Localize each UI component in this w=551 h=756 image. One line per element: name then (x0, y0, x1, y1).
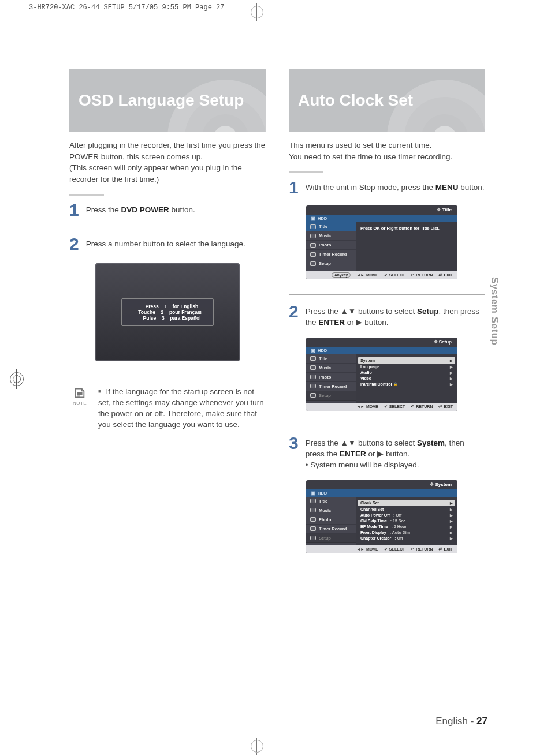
osd-lang-row: Pulse3para Español (130, 315, 205, 321)
note-block: NOTE If the language for the startup scr… (69, 387, 266, 431)
osd-side-item: Music (306, 231, 356, 241)
step-number: 2 (289, 303, 299, 328)
note-label: NOTE (73, 401, 87, 406)
osd-footer: Anykey ◄► MOVE ✔ SELECT ↶ RETURN ⏎ EXIT (306, 271, 457, 279)
osd-side-item: Title (306, 354, 356, 364)
step-number: 1 (69, 201, 79, 219)
osd-option-row: Language (360, 364, 453, 370)
osd-option-row: EP Mode Time: 6 Hour (360, 524, 453, 530)
osd-side-item: Music (306, 364, 356, 373)
osd-side-item: Setup (306, 391, 356, 401)
osd-side-item: Timer Record (306, 525, 356, 534)
step-2-right: 2 Press the ▲▼ buttons to select Setup, … (289, 303, 485, 328)
osd-option-row: Front Display: Auto Dim (360, 530, 453, 536)
osd-option-row: System (358, 357, 455, 364)
osd-option-row: Auto Power Off: Off (360, 512, 453, 518)
osd-side-item: Title (306, 497, 356, 506)
osd-option-row: Chapter Creator: Off (360, 536, 453, 541)
step-3-right: 3 Press the ▲▼ buttons to select System,… (289, 435, 485, 471)
osd-message: Press OK or Right button for Title List. (360, 226, 453, 232)
step-number: 1 (289, 179, 299, 196)
page-footer: English - 27 (435, 716, 487, 727)
osd-screen-setup: Setup ▣HDD TitleMusicPhotoTimer RecordSe… (306, 338, 457, 411)
osd-side-item: Photo (306, 515, 356, 525)
osd-language-screen: Press1for EnglishTouche2pour FrançaisPul… (95, 263, 240, 361)
step-number: 3 (289, 435, 299, 471)
step-2-left: 2 Press a number button to select the la… (69, 235, 266, 253)
note-icon (73, 387, 86, 399)
osd-hdd-bar: ▣HDD (306, 215, 457, 222)
osd-side-item: Photo (306, 373, 356, 382)
osd-screen-title: Title ▣HDD TitleMusicPhotoTimer RecordSe… (306, 205, 457, 279)
step-number: 2 (69, 235, 79, 253)
divider (69, 194, 104, 196)
osd-option-row: Parental Control (360, 381, 453, 387)
osd-header: Title (437, 207, 452, 212)
osd-hdd-bar: ▣HDD (306, 489, 457, 497)
section-tab: System Setup (489, 277, 500, 345)
osd-side-item: Setup (306, 259, 356, 268)
crop-mark-top (248, 3, 266, 21)
right-column: Auto Clock Set This menu is used to set … (289, 69, 485, 553)
osd-header: System (430, 482, 452, 487)
step-text: Press the ▲▼ buttons to select System, t… (306, 435, 485, 471)
step-1-right: 1 With the unit in Stop mode, press the … (289, 179, 485, 196)
divider (69, 227, 266, 227)
divider (289, 426, 485, 426)
divider (289, 294, 485, 295)
osd-footer: ◄► MOVE ✔ SELECT ↶ RETURN ⏎ EXIT (306, 403, 457, 411)
osd-footer: ◄► MOVE ✔ SELECT ↶ RETURN ⏎ EXIT (306, 545, 457, 553)
osd-header: Setup (434, 339, 452, 345)
osd-option-row: Channel Set (360, 507, 453, 512)
step-text: Press a number button to select the lang… (86, 235, 245, 253)
intro-left: After plugging in the recorder, the firs… (69, 140, 266, 185)
step-text: Press the DVD POWER button. (86, 201, 195, 219)
osd-option-row: CM Skip Time: 15 Sec (360, 518, 453, 524)
osd-option-row: Video (360, 376, 453, 381)
osd-side-item: Music (306, 506, 356, 515)
osd-screen-system: System ▣HDD TitleMusicPhotoTimer RecordS… (306, 480, 457, 553)
hero-osd-language: OSD Language Setup (69, 69, 266, 132)
osd-lang-row: Touche2pour Français (130, 309, 205, 315)
osd-option-row: Audio (360, 370, 453, 376)
hero-auto-clock: Auto Clock Set (289, 69, 485, 132)
divider (289, 171, 323, 173)
step-text: Press the ▲▼ buttons to select Setup, th… (306, 303, 485, 328)
step-text: With the unit in Stop mode, press the ME… (306, 179, 485, 196)
step-1-left: 1 Press the DVD POWER button. (69, 201, 266, 219)
osd-side-item: Timer Record (306, 382, 356, 391)
heading-auto-clock: Auto Clock Set (298, 91, 413, 110)
osd-option-row: Clock Set (358, 500, 455, 506)
osd-side-item: Setup (306, 534, 356, 543)
osd-side-item: Photo (306, 241, 356, 250)
crop-mark-bottom (248, 738, 266, 755)
intro-right: This menu is used to set the current tim… (289, 140, 485, 162)
osd-lang-row: Press1for English (130, 304, 205, 309)
registration-mark-left (7, 369, 27, 389)
note-text: If the language for the startup screen i… (98, 387, 266, 431)
osd-hdd-bar: ▣HDD (306, 347, 457, 354)
print-header: 3-HR720-XAC_26-44_SETUP 5/17/05 9:55 PM … (29, 3, 224, 12)
osd-side-item: Title (306, 222, 356, 231)
heading-osd-language: OSD Language Setup (79, 91, 244, 110)
osd-side-item: Timer Record (306, 250, 356, 259)
left-column: OSD Language Setup After plugging in the… (69, 69, 266, 553)
